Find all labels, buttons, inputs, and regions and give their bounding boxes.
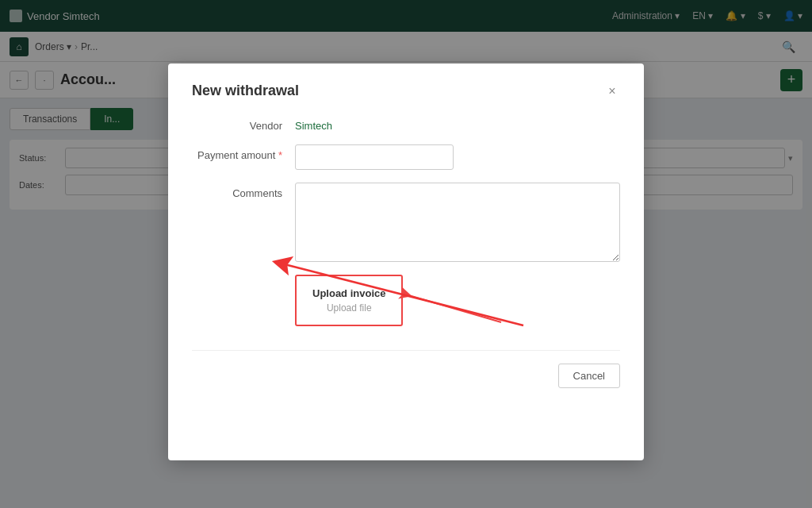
vendor-value: Simtech xyxy=(295,115,620,132)
payment-amount-input[interactable] xyxy=(295,144,454,170)
modal-close-button[interactable]: × xyxy=(604,83,620,99)
payment-amount-label: Payment amount xyxy=(192,144,295,161)
vendor-row: Vendor Simtech xyxy=(192,115,620,132)
upload-area: Upload invoice Upload file xyxy=(295,275,403,326)
new-withdrawal-modal: New withdrawal × Vendor Simtech Payment … xyxy=(168,64,644,460)
upload-invoice-title: Upload invoice xyxy=(312,287,385,299)
comments-textarea[interactable] xyxy=(295,183,620,262)
annotation-arrow xyxy=(406,283,660,346)
upload-file-label: Upload file xyxy=(327,302,372,314)
svg-line-0 xyxy=(406,294,501,322)
comments-label: Comments xyxy=(192,183,295,199)
modal-footer: Cancel xyxy=(192,350,620,388)
cancel-button[interactable]: Cancel xyxy=(558,364,620,388)
upload-row: Upload invoice Upload file xyxy=(192,275,620,326)
modal-header: New withdrawal × xyxy=(192,83,620,99)
modal-title: New withdrawal xyxy=(192,83,299,99)
upload-label xyxy=(192,275,295,279)
comments-row: Comments xyxy=(192,183,620,262)
payment-amount-row: Payment amount xyxy=(192,144,620,170)
upload-invoice-button[interactable]: Upload invoice Upload file xyxy=(295,275,403,326)
vendor-label: Vendor xyxy=(192,115,295,132)
